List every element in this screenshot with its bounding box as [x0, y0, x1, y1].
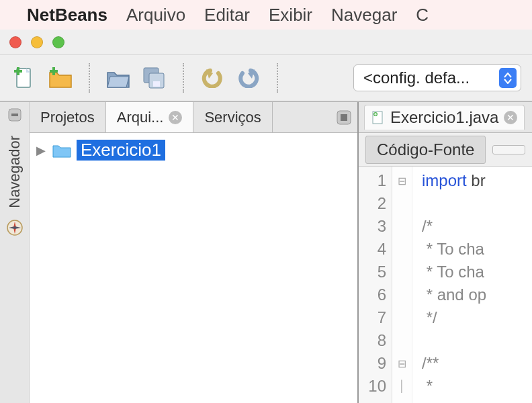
- mac-menubar: NetBeans Arquivo Editar Exibir Navegar C: [0, 0, 532, 30]
- tree-root-label: Exercicio1: [77, 140, 165, 161]
- menu-navegar[interactable]: Navegar: [331, 5, 397, 26]
- svg-rect-12: [341, 114, 347, 121]
- toolbar-separator-3: [277, 63, 278, 93]
- expand-arrow-icon[interactable]: ▶: [35, 143, 47, 158]
- close-icon[interactable]: ✕: [169, 111, 182, 124]
- tab-label: Projetos: [40, 109, 95, 126]
- restore-panel-icon[interactable]: [330, 102, 357, 132]
- fold-gutter: ⊟ ⊟ │: [392, 167, 412, 403]
- folder-icon: [52, 143, 71, 158]
- new-file-button[interactable]: [11, 64, 38, 91]
- chevron-updown-icon: [499, 68, 517, 88]
- left-panel-tabs: Projetos Arqui... ✕ Serviços: [30, 102, 357, 133]
- app-window: <config. defa... Navegador Projetos Arqu: [0, 30, 532, 403]
- toolbar-separator-2: [183, 63, 184, 93]
- app-name[interactable]: NetBeans: [27, 5, 107, 26]
- tab-projetos[interactable]: Projetos: [30, 102, 106, 132]
- editor-area: Exercicio1.java ✕ Código-Fonte 1 2 3 4 5…: [359, 102, 532, 403]
- tab-label: Arqui...: [117, 109, 164, 126]
- left-panel: Projetos Arqui... ✕ Serviços ▶ Exercicio…: [30, 102, 359, 403]
- zoom-window-button[interactable]: [52, 36, 64, 48]
- code-editor[interactable]: 1 2 3 4 5 6 7 8 9 10 ⊟ ⊟ │: [359, 167, 532, 403]
- open-project-button[interactable]: [105, 64, 132, 91]
- menu-editar[interactable]: Editar: [204, 5, 250, 26]
- fold-line-icon: │: [392, 375, 412, 398]
- svg-rect-2: [17, 67, 19, 75]
- menu-truncated[interactable]: C: [416, 5, 429, 26]
- config-dropdown[interactable]: <config. defa...: [353, 64, 521, 91]
- subtab-codigo-fonte[interactable]: Código-Fonte: [365, 136, 486, 164]
- menu-arquivo[interactable]: Arquivo: [126, 5, 185, 26]
- tab-label: Serviços: [204, 109, 261, 126]
- main-toolbar: <config. defa...: [0, 55, 532, 102]
- menu-exibir[interactable]: Exibir: [269, 5, 312, 26]
- close-icon[interactable]: ✕: [504, 111, 517, 124]
- rail-label-navegador[interactable]: Navegador: [6, 136, 24, 208]
- line-gutter: 1 2 3 4 5 6 7 8 9 10: [359, 167, 392, 403]
- editor-tabs: Exercicio1.java ✕: [359, 102, 532, 133]
- new-project-button[interactable]: [47, 64, 74, 91]
- toolbar-separator: [89, 63, 90, 93]
- fold-toggle-icon[interactable]: ⊟: [392, 169, 412, 192]
- redo-button[interactable]: [235, 64, 262, 91]
- minimize-window-button[interactable]: [31, 36, 43, 48]
- code-lines[interactable]: import br /* * To cha * To cha * and op …: [412, 167, 486, 403]
- config-label: <config. defa...: [363, 69, 499, 87]
- editor-subbar: Código-Fonte: [359, 133, 532, 167]
- file-tree: ▶ Exercicio1: [30, 133, 357, 403]
- svg-rect-9: [11, 114, 18, 116]
- tab-servicos[interactable]: Serviços: [193, 102, 272, 132]
- editor-tab-label: Exercicio1.java: [390, 108, 498, 127]
- java-file-icon: [371, 110, 385, 125]
- undo-button[interactable]: [199, 64, 226, 91]
- editor-tab-file[interactable]: Exercicio1.java ✕: [364, 105, 525, 130]
- tab-arquivos[interactable]: Arqui... ✕: [106, 102, 194, 132]
- minimize-panel-icon[interactable]: [6, 106, 24, 124]
- svg-rect-4: [52, 67, 55, 75]
- close-window-button[interactable]: [9, 36, 21, 48]
- compass-icon[interactable]: [6, 219, 24, 236]
- subtab-other[interactable]: [492, 145, 525, 154]
- left-rail: Navegador: [0, 102, 30, 403]
- svg-rect-7: [153, 81, 160, 87]
- tree-root-row[interactable]: ▶ Exercicio1: [35, 140, 352, 161]
- save-all-button[interactable]: [141, 64, 168, 91]
- main-area: Navegador Projetos Arqui... ✕ Serviços: [0, 102, 532, 403]
- fold-toggle-icon[interactable]: ⊟: [392, 352, 412, 375]
- window-controls: [0, 30, 532, 55]
